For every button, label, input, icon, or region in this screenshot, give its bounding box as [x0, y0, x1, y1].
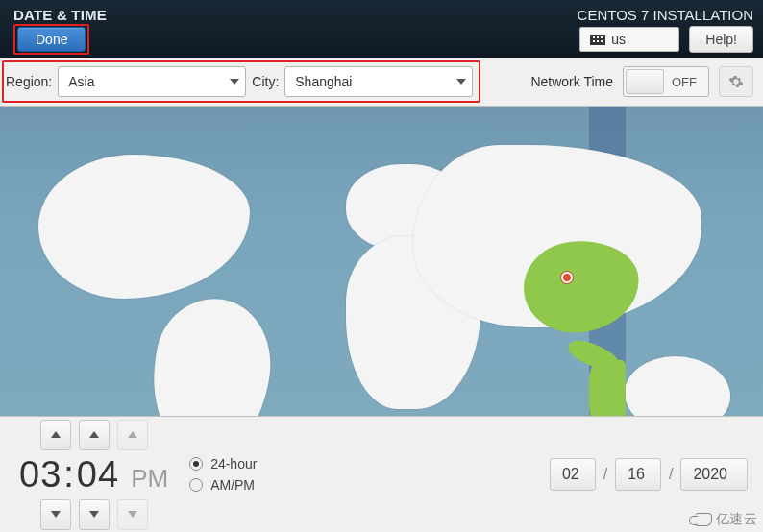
chevron-down-icon — [51, 511, 61, 518]
chevron-up-icon — [51, 431, 61, 438]
ampm-down-button — [117, 499, 148, 530]
month-value: 02 — [562, 466, 579, 483]
done-button-highlight: Done — [13, 24, 89, 55]
time-readout: 03 : 04 PM — [19, 454, 168, 496]
hour-up-button[interactable] — [40, 420, 71, 450]
help-button[interactable]: Help! — [689, 26, 753, 53]
toggle-state: OFF — [672, 75, 708, 89]
radio-24-hour[interactable]: 24-hour — [189, 456, 257, 472]
minute-up-button[interactable] — [79, 420, 110, 450]
keyboard-layout-value: us — [611, 32, 626, 47]
region-dropdown[interactable]: Asia — [58, 66, 246, 97]
time-date-footer: 03 : 04 PM 24-hour AM/PM 02 — [0, 417, 763, 532]
hour-down-button[interactable] — [40, 499, 71, 530]
city-dropdown[interactable]: Shanghai — [284, 66, 473, 97]
time-separator: : — [63, 454, 75, 496]
ampm-up-button — [117, 420, 148, 450]
minute-value: 04 — [77, 454, 119, 496]
year-value: 2020 — [693, 466, 727, 483]
toggle-knob — [626, 69, 664, 94]
city-value: Shanghai — [295, 74, 352, 89]
ampm-value: PM — [131, 464, 168, 494]
region-value: Asia — [68, 74, 94, 89]
keyboard-icon — [590, 35, 605, 45]
installer-header: DATE & TIME CENTOS 7 INSTALLATION Done u… — [0, 0, 763, 58]
chevron-down-icon — [456, 79, 466, 85]
radio-24-hour-label: 24-hour — [210, 456, 257, 472]
map-australia — [625, 356, 730, 417]
date-picker: 02 / 16 / 2020 — [550, 458, 748, 491]
chevron-down-icon — [89, 511, 99, 518]
day-value: 16 — [628, 466, 645, 483]
hour-value: 03 — [19, 454, 62, 496]
map-west-australia-highlight — [589, 360, 626, 417]
region-city-highlight: Region: Asia City: Shanghai — [2, 60, 480, 103]
network-time-settings-button — [719, 66, 753, 97]
watermark-logo-icon — [695, 513, 712, 526]
chevron-up-icon — [89, 431, 99, 438]
chevron-down-icon — [128, 511, 137, 518]
map-south-america — [143, 291, 279, 417]
done-button[interactable]: Done — [17, 27, 86, 52]
timezone-world-map[interactable] — [0, 106, 763, 417]
radio-ampm[interactable]: AM/PM — [189, 477, 257, 493]
watermark-text: 亿速云 — [716, 511, 758, 528]
network-time-toggle[interactable]: OFF — [623, 66, 709, 97]
month-dropdown[interactable]: 02 — [550, 458, 596, 491]
radio-icon — [189, 478, 203, 492]
day-dropdown[interactable]: 16 — [615, 458, 661, 491]
watermark: 亿速云 — [695, 511, 758, 528]
city-label: City: — [252, 74, 279, 89]
radio-ampm-label: AM/PM — [210, 477, 255, 493]
radio-icon — [189, 457, 203, 471]
keyboard-layout-indicator[interactable]: us — [579, 27, 679, 52]
chevron-up-icon — [128, 431, 137, 438]
minute-down-button[interactable] — [79, 499, 110, 530]
time-format-radiogroup: 24-hour AM/PM — [189, 456, 257, 493]
map-north-america — [38, 155, 250, 299]
page-title: DATE & TIME — [13, 7, 107, 23]
timezone-config-bar: Region: Asia City: Shanghai Network Time… — [0, 58, 763, 106]
region-label: Region: — [6, 74, 52, 89]
gear-icon — [728, 74, 744, 89]
installer-title: CENTOS 7 INSTALLATION — [578, 7, 753, 23]
network-time-label: Network Time — [530, 74, 613, 89]
selected-city-pin[interactable] — [561, 272, 573, 283]
chevron-down-icon — [230, 79, 239, 85]
year-dropdown[interactable]: 2020 — [680, 458, 748, 491]
date-separator: / — [669, 466, 673, 483]
date-separator: / — [603, 466, 607, 483]
